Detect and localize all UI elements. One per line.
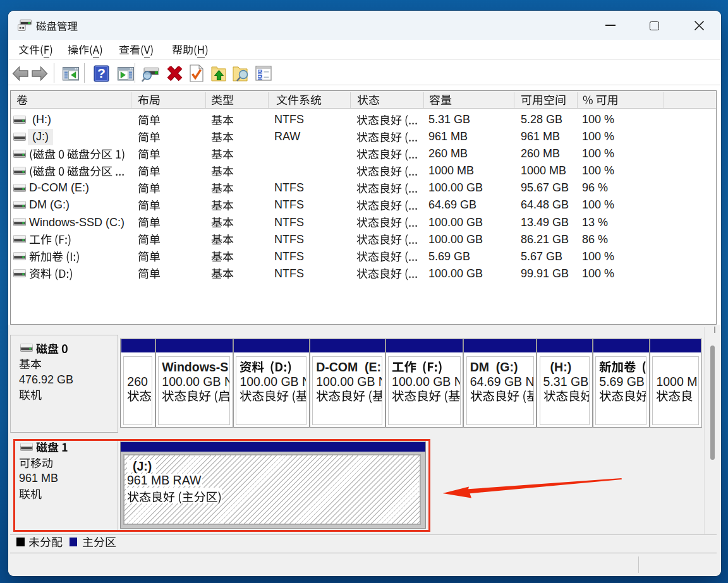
- svg-text:?: ?: [97, 66, 106, 80]
